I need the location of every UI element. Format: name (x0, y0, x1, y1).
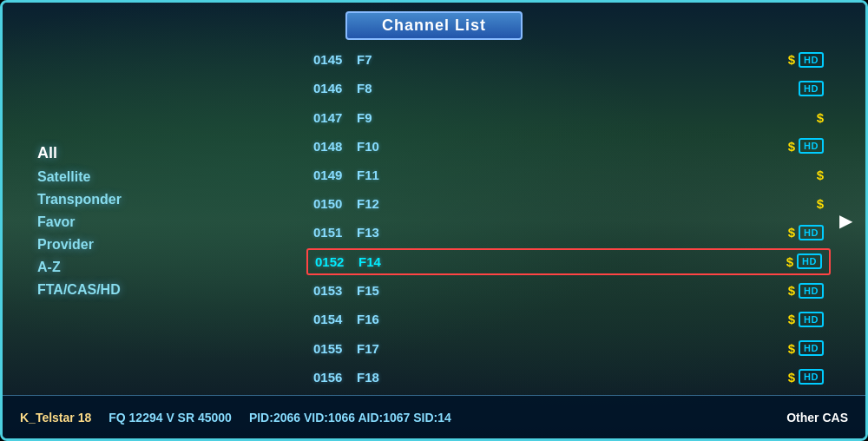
channel-row[interactable]: 0150F12$ (306, 190, 831, 217)
menu-item-fta-cas-hd[interactable]: FTA/CAS/HD (37, 282, 122, 298)
dollar-icon: $ (817, 168, 824, 182)
dollar-icon: $ (817, 110, 824, 125)
channel-row[interactable]: 0148F10$HD (306, 133, 831, 160)
hd-badge: HD (799, 340, 824, 356)
channel-row[interactable]: 0156F18$HD (306, 364, 831, 391)
channel-row[interactable]: 0147F9$ (306, 103, 831, 130)
satellite-label: K_Telstar 18 (20, 411, 91, 425)
scroll-arrow-right[interactable]: ▶ (839, 210, 852, 231)
title-bar: Channel List (345, 11, 523, 40)
dollar-icon: $ (788, 225, 795, 240)
channel-number: 0152 (315, 254, 358, 269)
menu-item-transponder[interactable]: Transponder (37, 192, 122, 207)
hd-badge: HD (799, 52, 824, 68)
channel-number: 0146 (313, 81, 357, 95)
menu-item-favor[interactable]: Favor (37, 214, 122, 230)
channel-number: 0150 (313, 196, 357, 211)
channel-number: 0145 (313, 52, 357, 67)
channel-row[interactable]: 0145F7$HD (306, 46, 831, 73)
dollar-icon: $ (788, 312, 795, 326)
hd-badge: HD (799, 369, 824, 385)
channel-name: F12 (357, 196, 817, 211)
pid-info-label: PID:2066 VID:1066 AID:1067 SID:14 (249, 411, 451, 425)
channel-name: F17 (357, 341, 788, 356)
hd-badge: HD (799, 138, 824, 154)
channel-row[interactable]: 0155F17$HD (306, 335, 831, 362)
channel-icons: $ (817, 196, 824, 211)
channel-number: 0154 (313, 312, 357, 326)
channel-row[interactable]: 0151F13$HD (306, 219, 831, 246)
dollar-icon: $ (788, 341, 795, 356)
dollar-icon: $ (788, 283, 795, 298)
hd-badge: HD (799, 81, 824, 96)
dollar-icon: $ (817, 196, 824, 211)
channel-name: F14 (358, 254, 786, 269)
channel-icons: $ (817, 110, 824, 125)
dollar-icon: $ (788, 370, 795, 385)
dollar-icon: $ (788, 52, 795, 67)
channel-icons: $HD (788, 340, 824, 356)
channel-name: F10 (357, 139, 788, 154)
channel-icons: $HD (788, 312, 824, 327)
channel-row[interactable]: 0146F8HD (306, 75, 831, 102)
channel-icons: $HD (788, 369, 824, 385)
channel-icons: $ (817, 168, 824, 182)
channel-list: 0145F7$HD0146F8HD0147F9$0148F10$HD0149F1… (306, 46, 831, 391)
channel-number: 0147 (313, 110, 357, 125)
channel-row[interactable]: 0149F11$ (306, 161, 831, 188)
channel-icons: $HD (788, 52, 824, 68)
channel-number: 0153 (313, 283, 357, 298)
channel-icons: $HD (788, 138, 824, 154)
status-bar: K_Telstar 18 FQ 12294 V SR 45000 PID:206… (3, 395, 865, 438)
channel-number: 0149 (313, 168, 357, 182)
hd-badge: HD (799, 283, 824, 299)
channel-row[interactable]: 0152F14$HD (306, 248, 831, 276)
channel-name: F11 (357, 168, 817, 182)
channel-name: F8 (357, 81, 799, 95)
main-frame: Channel List AllSatelliteTransponderFavo… (0, 0, 868, 441)
menu-item-provider[interactable]: Provider (37, 237, 122, 253)
menu-item-satellite[interactable]: Satellite (37, 169, 122, 185)
channel-name: F13 (357, 225, 788, 240)
menu-item-all[interactable]: All (37, 144, 122, 162)
channel-row[interactable]: 0153F15$HD (306, 277, 831, 304)
channel-icons: $HD (788, 283, 824, 299)
page-title: Channel List (382, 16, 486, 34)
channel-number: 0148 (313, 139, 357, 154)
dollar-icon: $ (788, 139, 795, 154)
channel-name: F15 (357, 283, 788, 298)
channel-number: 0156 (313, 370, 357, 385)
channel-name: F7 (357, 52, 788, 67)
channel-number: 0155 (313, 341, 357, 356)
other-cas-label: Other CAS (786, 411, 848, 425)
frequency-label: FQ 12294 V SR 45000 (108, 411, 232, 425)
channel-name: F16 (357, 312, 788, 326)
channel-number: 0151 (313, 225, 357, 240)
channel-name: F18 (357, 370, 788, 385)
hd-badge: HD (799, 225, 824, 240)
channel-name: F9 (357, 110, 817, 125)
channel-icons: $HD (786, 253, 822, 269)
menu-item-a-z[interactable]: A-Z (37, 260, 122, 275)
hd-badge: HD (799, 312, 824, 327)
left-menu: AllSatelliteTransponderFavorProviderA-ZF… (37, 144, 122, 298)
dollar-icon: $ (786, 254, 793, 269)
channel-icons: $HD (788, 225, 824, 240)
hd-badge: HD (797, 253, 822, 269)
channel-icons: HD (799, 81, 824, 96)
channel-row[interactable]: 0154F16$HD (306, 306, 831, 332)
